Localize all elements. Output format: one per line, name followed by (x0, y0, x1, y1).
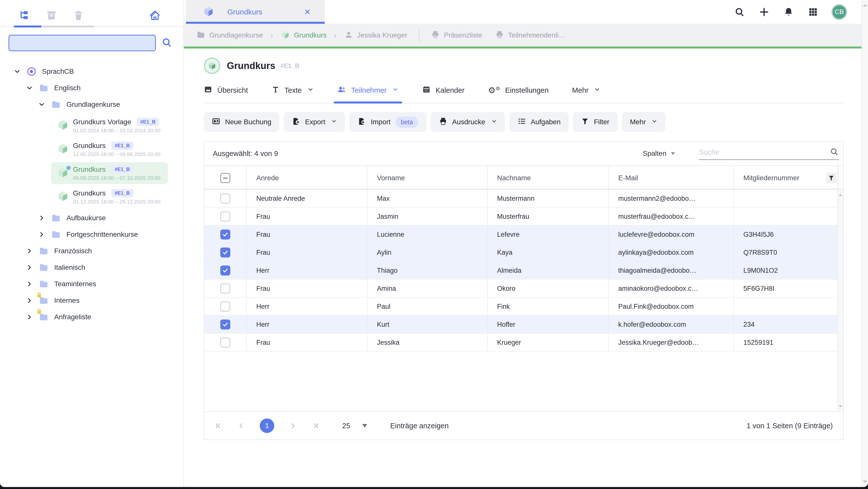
sidebar-search-input[interactable] (8, 35, 156, 51)
tab-teilnehmer[interactable]: Teilnehmer (337, 85, 399, 96)
tab-mehr[interactable]: Mehr (572, 85, 600, 96)
ausdrucke-button[interactable]: Ausdrucke (431, 112, 505, 132)
window-scrollbar[interactable] (862, 0, 868, 487)
close-icon[interactable]: ✕ (304, 7, 311, 17)
select-all-checkbox[interactable] (220, 173, 230, 183)
chevron-right-icon[interactable] (25, 280, 34, 288)
tree-item-anfrageliste[interactable]: Anfrageliste (0, 309, 183, 325)
tree-item-grundlagenkurse[interactable]: Grundlagenkurse (0, 96, 183, 113)
tab-texte[interactable]: Texte (272, 85, 314, 96)
column-header-email[interactable]: E-Mail (609, 166, 734, 190)
breadcrumb-item-jessika-krueger[interactable]: Jessika Krueger (344, 30, 407, 40)
row-checkbox-checked[interactable] (220, 248, 230, 258)
table-row[interactable]: Neutrale Anrede Max Mustermann musterman… (204, 190, 843, 207)
column-header-mitgliedernummer[interactable]: Mitgliedernummer (734, 166, 838, 190)
column-header-anrede[interactable]: Anrede (247, 166, 367, 190)
tree-item-franzoesisch[interactable]: Französisch (0, 243, 183, 259)
previous-page-icon[interactable] (237, 422, 245, 430)
mehr-button[interactable]: Mehr (622, 112, 666, 132)
row-checkbox[interactable] (220, 338, 230, 347)
shortcut-praesenzliste[interactable]: Präsenzliste (431, 30, 482, 40)
trash-icon[interactable] (72, 9, 85, 22)
tab-kalender[interactable]: Kalender (422, 85, 465, 96)
breadcrumb-item-grundlagenkurse[interactable]: Grundlagenkurse (196, 30, 263, 40)
search-icon[interactable] (161, 37, 172, 49)
tree-view-icon[interactable] (18, 9, 31, 22)
search-icon[interactable] (734, 6, 746, 18)
table-search-input[interactable] (699, 148, 830, 156)
tree-item-fortgeschrittenenkurse[interactable]: Fortgeschrittenenkurse (0, 226, 183, 243)
scroll-up-icon[interactable] (839, 194, 842, 196)
table-row-selected[interactable]: Herr Kurt Hoffer k.hofer@edoobox.com 234 (204, 316, 843, 334)
row-checkbox[interactable] (220, 211, 230, 222)
chevron-right-icon[interactable] (25, 297, 34, 304)
row-checkbox[interactable] (220, 284, 230, 293)
chevron-right-icon[interactable] (25, 313, 34, 321)
chevron-down-icon[interactable] (12, 68, 22, 75)
cell-vorname: Max (367, 190, 488, 207)
pagination-status: 1 von 1 Seiten (9 Einträge) (747, 422, 833, 430)
bell-icon[interactable] (782, 6, 795, 18)
table-empty-space (204, 351, 843, 411)
plus-icon[interactable] (758, 6, 770, 18)
home-icon[interactable] (148, 9, 161, 22)
archive-icon[interactable] (45, 9, 58, 22)
import-button[interactable]: Import beta (349, 112, 426, 132)
row-checkbox-checked[interactable] (220, 319, 230, 329)
row-checkbox-checked[interactable] (220, 230, 230, 239)
tree-item-organization[interactable]: SprachCB (0, 63, 183, 80)
first-page-icon[interactable] (215, 422, 223, 430)
grid-icon[interactable] (807, 6, 819, 18)
row-checkbox[interactable] (220, 194, 230, 203)
page-size-select[interactable]: 25 (342, 422, 367, 430)
tree-item-internes[interactable]: Internes (0, 292, 183, 309)
row-checkbox-checked[interactable] (220, 265, 230, 276)
tree-item-course[interactable]: Grundkurs#E1_B 12.05.2025 18:00 – 09.06.… (51, 139, 168, 160)
tree-item-italienisch[interactable]: Italienisch (0, 259, 183, 276)
chevron-right-icon[interactable] (25, 247, 34, 255)
tree-item-teaminternes[interactable]: Teaminternes (0, 276, 183, 292)
last-page-icon[interactable] (311, 422, 319, 430)
chevron-right-icon[interactable] (25, 264, 34, 271)
tab-einstellungen[interactable]: ⚙⚙ Einstellungen (488, 85, 549, 96)
neue-buchung-button[interactable]: Neue Buchung (204, 112, 279, 132)
chevron-right-icon[interactable] (37, 231, 46, 238)
beta-badge: beta (395, 116, 418, 128)
table-row[interactable]: Frau Jasmin Musterfrau musterfrau@edoobo… (204, 207, 843, 226)
table-row-selected[interactable]: Frau Aylin Kaya aylinkaya@edoobox.com Q7… (204, 243, 843, 261)
tree-item-course[interactable]: Grundkurs Vorlage#E1_B 01.02.2024 18:00 … (51, 115, 168, 137)
table-row-selected[interactable]: Herr Thiago Almeida thiagoalmeida@edoobo… (204, 261, 843, 280)
column-header-nachname[interactable]: Nachname (488, 166, 609, 190)
shortcut-teilnehmendenliste[interactable]: Teilnehmendenli… (495, 30, 565, 40)
table-row[interactable]: Frau Jessika Krueger Jessika.Krueger@edo… (204, 334, 843, 351)
tab-grundkurs[interactable]: Grundkurs ✕ (186, 0, 325, 24)
export-button[interactable]: Export (284, 112, 345, 132)
tree-item-aufbaukurse[interactable]: Aufbaukurse (0, 210, 183, 226)
tab-uebersicht[interactable]: Übersicht (204, 85, 248, 96)
row-checkbox[interactable] (220, 301, 230, 312)
table-row-selected[interactable]: Frau Lucienne Lefevre luclefevre@edoobox… (204, 226, 843, 243)
avatar[interactable]: CB (832, 4, 847, 20)
chevron-down-icon[interactable] (25, 84, 34, 92)
scroll-down-icon[interactable] (863, 481, 867, 483)
chevron-right-icon[interactable] (37, 214, 46, 222)
column-header-vorname[interactable]: Vorname (367, 166, 488, 190)
table-row[interactable]: Herr Paul Fink Paul.Fink@edoobox.com (204, 297, 843, 316)
chevron-down-icon[interactable] (37, 101, 46, 108)
columns-button[interactable]: Spalten (643, 149, 675, 157)
cube-icon (57, 143, 69, 156)
table-row[interactable]: Frau Amina Okoro aminaokoro@edoobox.c… 5… (204, 280, 843, 297)
tree-item-course-selected[interactable]: Grundkurs#E1_B 09.09.2025 18:00 – 07.10.… (51, 162, 168, 184)
next-page-icon[interactable] (289, 422, 297, 430)
search-icon[interactable] (830, 147, 839, 157)
scroll-up-icon[interactable] (863, 4, 867, 6)
table-scrollbar[interactable] (837, 190, 843, 411)
tree-item-course[interactable]: Grundkurs#E1_B 01.12.2025 18:00 – 29.12.… (51, 186, 168, 208)
tree-item-englisch[interactable]: Englisch (0, 80, 183, 96)
current-page-button[interactable]: 1 (260, 419, 274, 433)
column-filter-icon[interactable] (826, 173, 837, 183)
aufgaben-button[interactable]: Aufgaben (509, 112, 569, 132)
breadcrumb-item-grundkurs[interactable]: Grundkurs (280, 30, 327, 40)
scroll-down-icon[interactable] (839, 405, 842, 407)
filter-button[interactable]: Filter (573, 112, 617, 132)
